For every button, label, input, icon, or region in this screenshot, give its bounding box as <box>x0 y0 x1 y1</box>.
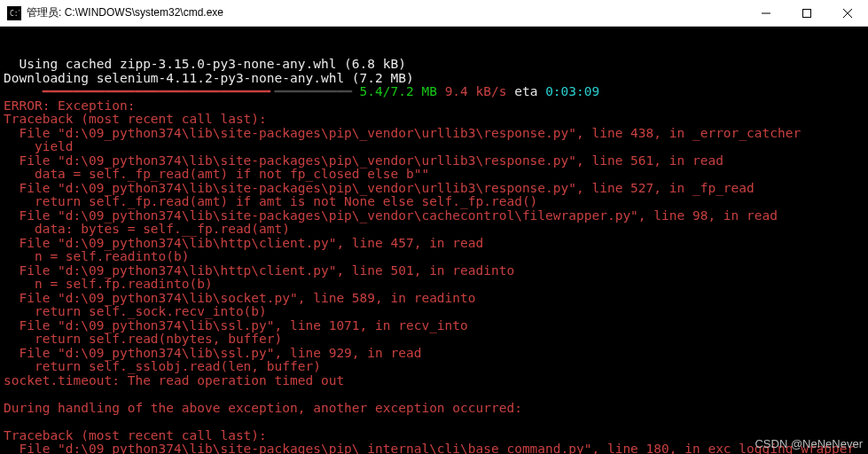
terminal-line: ━━━━━━━━━━━━━━━━━━━━━━━━━━━━━╸━━━━━━━━━━… <box>4 85 868 99</box>
terminal-line: File "d:\09_python374\lib\http\client.py… <box>4 264 868 278</box>
titlebar[interactable]: C:\ 管理员: C:\WINDOWS\system32\cmd.exe <box>0 0 868 27</box>
terminal-text: return self._sock.recv_into(b) <box>4 304 267 318</box>
terminal-line: n = self.readinto(b) <box>4 250 868 264</box>
terminal-text: File "d:\09_python374\lib\socket.py", li… <box>4 291 476 305</box>
close-icon <box>843 9 852 18</box>
terminal-text: File "d:\09_python374\lib\site-packages\… <box>4 208 778 223</box>
terminal-text: Traceback (most recent call last): <box>4 428 267 442</box>
terminal-line: return self._fp.read(amt) if amt is not … <box>4 195 868 209</box>
terminal-text: 5.4/7.2 MB <box>352 84 437 98</box>
terminal-text: Downloading selenium-4.11.2-py3-none-any… <box>4 71 414 85</box>
terminal-text: return self._sslobj.read(len, buffer) <box>4 359 321 373</box>
terminal-line: socket.timeout: The read operation timed… <box>4 374 868 388</box>
terminal-text: File "d:\09_python374\lib\site-packages\… <box>4 153 723 168</box>
terminal-text: Traceback (most recent call last): <box>4 112 267 126</box>
terminal-line: During handling of the above exception, … <box>4 402 868 416</box>
terminal-text: Using cached zipp-3.15.0-py3-none-any.wh… <box>4 57 406 71</box>
terminal-line: Using cached zipp-3.15.0-py3-none-any.wh… <box>4 58 868 72</box>
window-controls <box>746 0 868 27</box>
terminal-text: File "d:\09_python374\lib\site-packages\… <box>4 126 801 140</box>
terminal-line: File "d:\09_python374\lib\http\client.py… <box>4 237 868 251</box>
terminal-text: File "d:\09_python374\lib\http\client.py… <box>4 263 514 278</box>
minimize-icon <box>762 9 770 18</box>
terminal-line: File "d:\09_python374\lib\site-packages\… <box>4 209 868 223</box>
terminal-text: n = self.fp.readinto(b) <box>4 277 213 291</box>
terminal-line: data: bytes = self.__fp.read(amt) <box>4 223 868 237</box>
terminal-line: data = self._fp_read(amt) if not fp_clos… <box>4 168 868 182</box>
terminal-text: data = self._fp_read(amt) if not fp_clos… <box>4 167 429 181</box>
terminal-line: Downloading selenium-4.11.2-py3-none-any… <box>4 72 868 86</box>
terminal-text: return self.read(nbytes, buffer) <box>4 332 282 346</box>
svg-rect-3 <box>803 9 811 17</box>
terminal-line: File "d:\09_python374\lib\socket.py", li… <box>4 292 868 306</box>
svg-text:C:\: C:\ <box>10 10 20 18</box>
terminal-line: return self._sslobj.read(len, buffer) <box>4 360 868 374</box>
terminal-text: File "d:\09_python374\lib\site-packages\… <box>4 442 855 454</box>
cmd-window: C:\ 管理员: C:\WINDOWS\system32\cmd.exe Usi… <box>0 0 868 454</box>
watermark: CSDN @NeNeNever <box>755 437 863 451</box>
cmd-icon: C:\ <box>7 6 21 20</box>
terminal-line: File "d:\09_python374\lib\site-packages\… <box>4 442 868 454</box>
terminal-output[interactable]: Using cached zipp-3.15.0-py3-none-any.wh… <box>0 27 868 454</box>
maximize-button[interactable] <box>786 0 827 27</box>
terminal-text: File "d:\09_python374\lib\ssl.py", line … <box>4 318 468 333</box>
terminal-text: ━━━━━━━━━━━━━━━━━━━━━━━━━━━━━ <box>43 84 267 98</box>
terminal-line: File "d:\09_python374\lib\site-packages\… <box>4 154 868 168</box>
terminal-text: socket.timeout: The read operation timed… <box>4 373 344 387</box>
terminal-line: yield <box>4 140 868 154</box>
terminal-text: ━━━━━━━━━━ <box>275 84 352 98</box>
terminal-text: 0:03:09 <box>545 84 599 98</box>
terminal-line: File "d:\09_python374\lib\site-packages\… <box>4 182 868 196</box>
terminal-line: ERROR: Exception: <box>4 99 868 114</box>
terminal-text: During handling of the above exception, … <box>4 401 522 415</box>
terminal-line: n = self.fp.readinto(b) <box>4 278 868 292</box>
minimize-button[interactable] <box>746 0 786 27</box>
terminal-line: File "d:\09_python374\lib\site-packages\… <box>4 127 868 141</box>
terminal-text: ERROR: Exception: <box>4 98 135 113</box>
terminal-line: Traceback (most recent call last): <box>4 429 868 443</box>
close-button[interactable] <box>827 0 868 27</box>
terminal-text: n = self.readinto(b) <box>4 249 190 263</box>
terminal-text: File "d:\09_python374\lib\ssl.py", line … <box>4 346 421 360</box>
terminal-line <box>4 415 868 429</box>
terminal-text: data: bytes = self.__fp.read(amt) <box>4 222 290 236</box>
terminal-text: 9.4 kB/s <box>437 84 507 98</box>
terminal-line: File "d:\09_python374\lib\ssl.py", line … <box>4 319 868 333</box>
terminal-line: File "d:\09_python374\lib\ssl.py", line … <box>4 347 868 361</box>
terminal-text: return self._fp.read(amt) if amt is not … <box>4 194 537 208</box>
terminal-line: return self.read(nbytes, buffer) <box>4 333 868 347</box>
maximize-icon <box>802 9 811 18</box>
terminal-text <box>4 84 43 98</box>
terminal-line: Traceback (most recent call last): <box>4 113 868 127</box>
window-title: 管理员: C:\WINDOWS\system32\cmd.exe <box>27 5 223 20</box>
terminal-line <box>4 387 868 402</box>
terminal-text: ╸ <box>267 84 275 98</box>
terminal-line: return self._sock.recv_into(b) <box>4 305 868 319</box>
terminal-text: eta <box>506 84 545 98</box>
terminal-text: yield <box>4 139 74 153</box>
terminal-text: File "d:\09_python374\lib\http\client.py… <box>4 236 483 250</box>
terminal-text: File "d:\09_python374\lib\site-packages\… <box>4 181 755 195</box>
